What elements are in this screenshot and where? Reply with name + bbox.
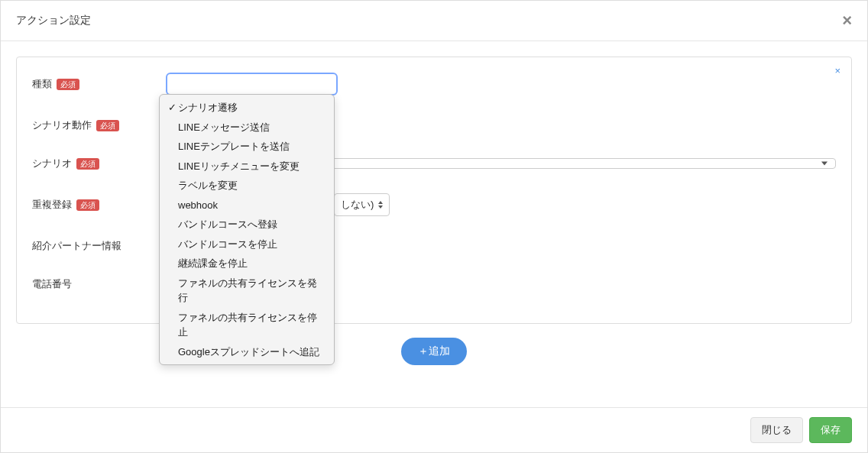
label-duplicate: 重複登録 必須 [32, 198, 166, 212]
type-dropdown-menu: ✓シナリオ遷移LINEメッセージ送信LINEテンプレートを送信LINEリッチメニ… [159, 94, 335, 365]
row-duplicate: 重複登録 必須 しない) [32, 193, 836, 216]
save-button[interactable]: 保存 [809, 417, 852, 443]
type-dropdown-option[interactable]: バンドルコースへ登録 [160, 215, 334, 235]
row-phone: 電話番号 [32, 276, 836, 293]
type-dropdown-option-label: 継続課金を停止 [178, 256, 248, 271]
row-scenario: シナリオ 必須 [32, 155, 836, 172]
type-dropdown-option[interactable]: Googleスプレッドシートへ追記 [160, 342, 334, 362]
label-type: 種類 必須 [32, 77, 166, 91]
close-icon[interactable]: × [842, 12, 852, 29]
row-partner-info: 紹介パートナー情報 [32, 238, 836, 254]
close-button[interactable]: 閉じる [750, 417, 803, 443]
required-badge: 必須 [76, 199, 99, 211]
label-duplicate-text: 重複登録 [32, 198, 72, 212]
caret-down-icon [821, 162, 828, 166]
action-panel: × 種類 必須 シナリオ動作 必須 [16, 57, 852, 324]
required-badge: 必須 [96, 120, 119, 131]
type-dropdown-option-label: ラベルを変更 [178, 178, 238, 193]
type-dropdown-option[interactable]: バンドルコースを停止 [160, 235, 334, 254]
type-dropdown-option[interactable]: ラベルを変更 [160, 176, 334, 196]
type-dropdown-option-label: webhook [178, 198, 218, 213]
updown-arrows-icon [378, 201, 383, 209]
required-badge: 必須 [76, 158, 99, 170]
modal-title: アクション設定 [16, 14, 91, 28]
type-dropdown-option-label: LINEテンプレートを送信 [178, 139, 290, 154]
label-partner-info: 紹介パートナー情報 [32, 239, 166, 253]
type-dropdown-option-label: LINEメッセージ送信 [178, 120, 270, 135]
add-row: ＋追加 [16, 338, 852, 365]
type-dropdown-option-label: LINEリッチメニューを変更 [178, 159, 300, 174]
label-scenario-action: シナリオ動作 必須 [32, 118, 166, 132]
type-dropdown-option-label: シナリオ遷移 [178, 100, 238, 115]
row-scenario-action: シナリオ動作 必須 [32, 117, 836, 134]
label-phone-text: 電話番号 [32, 277, 72, 291]
type-dropdown-option[interactable]: ファネルの共有ライセンスを発行 [160, 273, 334, 308]
type-dropdown-option[interactable]: LINEメッセージ送信 [160, 118, 334, 138]
duplicate-select[interactable]: しない) [334, 193, 390, 216]
add-button[interactable]: ＋追加 [401, 338, 467, 365]
type-dropdown-option[interactable]: LINEテンプレートを送信 [160, 137, 334, 157]
type-dropdown-option-label: Googleスプレッドシートへ追記 [178, 345, 319, 360]
label-type-text: 種類 [32, 77, 52, 91]
check-icon: ✓ [166, 100, 178, 115]
modal-footer: 閉じる 保存 [1, 407, 867, 452]
type-dropdown-option[interactable]: ✓シナリオ遷移 [160, 98, 334, 118]
label-scenario-text: シナリオ [32, 157, 72, 170]
label-phone: 電話番号 [32, 277, 166, 291]
label-scenario-action-text: シナリオ動作 [32, 118, 92, 132]
type-dropdown-option-label: ファネルの共有ライセンスを停止 [178, 310, 326, 340]
duplicate-select-value: しない) [341, 198, 374, 212]
type-dropdown-option[interactable]: 継続課金を停止 [160, 254, 334, 273]
type-dropdown-option-label: バンドルコースへ登録 [178, 217, 277, 232]
label-scenario: シナリオ 必須 [32, 157, 166, 170]
required-badge: 必須 [57, 79, 79, 90]
type-field-area [166, 73, 836, 95]
modal-dialog: アクション設定 × × 種類 必須 シナリオ動作 必須 [0, 0, 868, 453]
type-dropdown-option[interactable]: LINEリッチメニューを変更 [160, 157, 334, 176]
type-dropdown-option-label: バンドルコースを停止 [178, 237, 277, 252]
label-partner-info-text: 紹介パートナー情報 [32, 239, 121, 253]
type-dropdown-option[interactable]: ファネルの共有ライセンスを停止 [160, 308, 334, 342]
type-dropdown-option-label: ファネルの共有ライセンスを発行 [178, 276, 326, 306]
type-dropdown-option[interactable]: webhook [160, 196, 334, 215]
type-select[interactable] [166, 73, 338, 95]
modal-header: アクション設定 × [1, 1, 867, 41]
modal-body: × 種類 必須 シナリオ動作 必須 [1, 41, 867, 407]
row-type: 種類 必須 [32, 73, 836, 95]
